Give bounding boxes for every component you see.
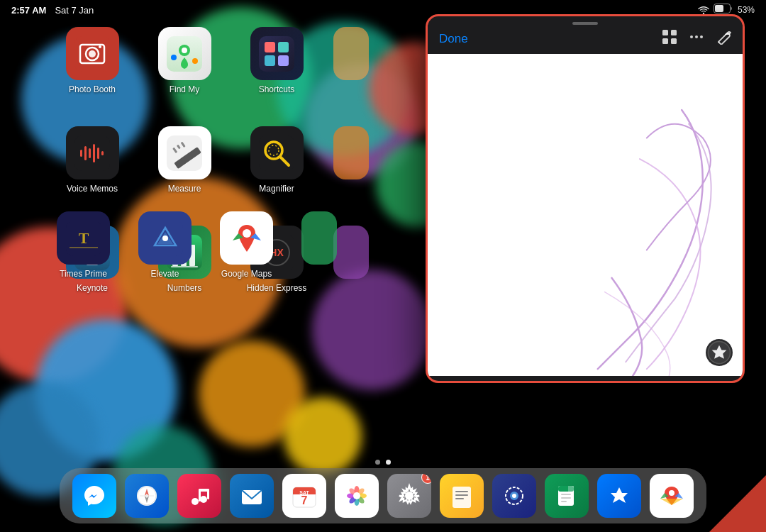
svg-point-10 <box>182 48 187 53</box>
dock-appstore[interactable] <box>597 474 641 518</box>
red-triangle-decoration <box>709 475 766 532</box>
app-elevate[interactable]: Elevate <box>138 211 192 279</box>
app-partial-4[interactable] <box>301 211 337 279</box>
dock-photos[interactable] <box>335 474 379 518</box>
status-date: Sat 7 Jan <box>55 5 94 16</box>
partial-icon-3 <box>333 226 369 279</box>
svg-rect-88 <box>455 494 468 496</box>
app-partial-1[interactable] <box>333 27 369 119</box>
svg-rect-20 <box>84 146 87 160</box>
times-prime-label: Times Prime <box>60 269 107 279</box>
svg-rect-95 <box>561 494 571 495</box>
numbers-label: Numbers <box>167 283 202 293</box>
svg-point-65 <box>200 496 207 503</box>
svg-rect-103 <box>662 38 668 44</box>
magnifier-icon <box>250 126 304 179</box>
svg-rect-97 <box>561 501 567 502</box>
svg-point-106 <box>695 35 698 38</box>
svg-point-84 <box>353 492 360 499</box>
modal-grid-button[interactable] <box>662 29 677 48</box>
svg-rect-24 <box>101 151 104 155</box>
svg-rect-17 <box>278 55 289 66</box>
dock-maps[interactable] <box>650 474 694 518</box>
modal-done-button[interactable]: Done <box>439 32 468 46</box>
svg-rect-16 <box>265 55 275 66</box>
elevate-icon <box>138 211 192 265</box>
page-dot-2[interactable] <box>386 460 391 465</box>
app-partial-3[interactable] <box>333 226 369 318</box>
app-photo-booth[interactable]: Photo Booth <box>57 27 128 119</box>
settings-badge: 1 <box>421 474 431 484</box>
battery-percentage: 53% <box>738 5 755 15</box>
svg-point-12 <box>192 58 198 64</box>
app-google-maps[interactable]: Google Maps <box>220 211 273 279</box>
app-shortcuts[interactable]: Shortcuts <box>241 27 312 119</box>
shortcuts-label: Shortcuts <box>259 84 295 94</box>
app-voice-memos[interactable]: Voice Memos <box>57 126 128 218</box>
app-measure[interactable]: Measure <box>149 126 220 218</box>
svg-point-57 <box>243 229 251 238</box>
app-times-prime[interactable]: T Times Prime <box>57 211 110 279</box>
dock-music[interactable] <box>177 474 221 518</box>
svg-rect-51 <box>70 247 98 248</box>
drawing-modal: Done <box>426 14 745 383</box>
svg-rect-23 <box>97 148 99 159</box>
svg-point-11 <box>171 55 177 60</box>
svg-point-7 <box>99 45 101 48</box>
voice-memos-icon <box>66 126 119 179</box>
svg-rect-96 <box>561 497 571 499</box>
svg-point-105 <box>690 35 693 38</box>
app-magnifier[interactable]: Magnifier <box>241 126 312 218</box>
svg-point-55 <box>162 235 168 241</box>
app-find-my[interactable]: Find My <box>149 27 220 119</box>
magnifier-label: Magnifier <box>259 184 294 194</box>
svg-rect-14 <box>265 42 275 52</box>
svg-rect-101 <box>662 30 668 35</box>
elevate-label: Elevate <box>150 269 179 279</box>
svg-rect-21 <box>89 148 91 158</box>
svg-point-6 <box>89 50 96 57</box>
app-partial-2[interactable] <box>333 126 369 218</box>
svg-rect-98 <box>568 486 574 492</box>
dock-mail[interactable] <box>230 474 274 518</box>
svg-text:SAT: SAT <box>299 490 309 495</box>
photo-booth-icon <box>66 27 119 80</box>
measure-label: Measure <box>168 184 201 194</box>
drawing-canvas[interactable] <box>428 54 743 376</box>
svg-text:T: T <box>78 229 89 247</box>
photo-booth-label: Photo Booth <box>69 84 116 94</box>
modal-actions <box>662 29 731 48</box>
svg-point-64 <box>192 498 199 505</box>
shortcuts-icon <box>250 27 304 80</box>
partial-icon-2 <box>333 126 369 179</box>
google-maps-icon <box>220 211 273 265</box>
page-indicators <box>375 460 391 465</box>
measure-icon <box>158 126 211 179</box>
svg-rect-68 <box>199 489 209 492</box>
partial-icon-1 <box>333 27 369 80</box>
hidden-express-label: Hidden Express <box>247 283 307 293</box>
svg-rect-86 <box>453 487 471 508</box>
svg-rect-104 <box>671 38 677 44</box>
svg-rect-2 <box>715 5 723 12</box>
dock-playgrounds[interactable] <box>492 474 536 518</box>
svg-rect-102 <box>671 30 677 35</box>
page-dot-1[interactable] <box>375 460 380 465</box>
status-time: 2:57 AM <box>11 5 46 16</box>
svg-rect-18 <box>74 135 110 171</box>
dock-safari[interactable] <box>125 474 169 518</box>
dock-calendar[interactable]: 7 SAT <box>282 474 326 518</box>
modal-stamp-icon[interactable] <box>706 339 733 366</box>
modal-more-button[interactable] <box>689 29 704 48</box>
voice-memos-label: Voice Memos <box>67 184 118 194</box>
dock: 7 SAT 1 <box>60 468 706 523</box>
dock-sheets[interactable] <box>545 474 589 518</box>
svg-rect-89 <box>455 498 464 499</box>
modal-edit-button[interactable] <box>716 29 731 48</box>
dock-settings[interactable]: 1 <box>387 474 431 518</box>
dock-notes[interactable] <box>440 474 484 518</box>
google-maps-label: Google Maps <box>221 269 272 279</box>
dock-messenger[interactable] <box>72 474 116 518</box>
svg-rect-15 <box>278 42 289 52</box>
partial-icon-4 <box>301 211 337 265</box>
